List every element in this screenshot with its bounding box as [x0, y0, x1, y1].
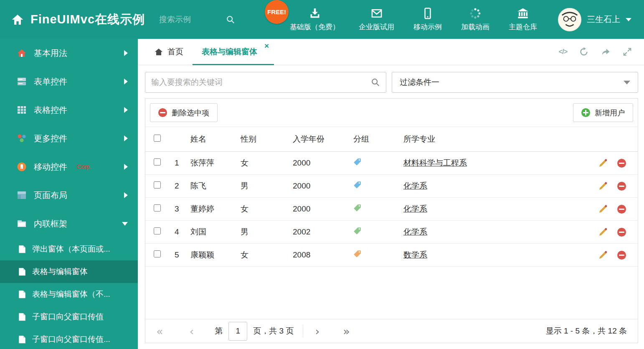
sidebar-subitem-grid-edit-window[interactable]: 表格与编辑窗体 [0, 260, 138, 283]
sidebar-item-mobile-controls[interactable]: 移动控件 Corp. [0, 153, 138, 181]
chevron-right-icon [124, 135, 128, 141]
cell-name: 康颖颖 [190, 250, 241, 260]
nav-mobile-demo[interactable]: 移动示例 [413, 8, 442, 32]
keyword-search-input[interactable] [151, 78, 371, 87]
edit-icon[interactable] [598, 182, 607, 191]
mobile-badge-icon [17, 162, 27, 172]
keyword-searchbox [145, 72, 386, 93]
sidebar-item-page-layout[interactable]: 页面布局 [0, 181, 138, 209]
fullscreen-icon[interactable] [622, 47, 632, 57]
major-link[interactable]: 材料科学与工程系 [403, 158, 467, 167]
next-page-icon[interactable]: › [315, 326, 319, 337]
cell-name: 刘国 [190, 227, 241, 237]
major-link[interactable]: 化学系 [403, 227, 427, 236]
filter-dropdown[interactable]: 过滤条件一 [392, 72, 638, 93]
sidebar-item-basic-usage[interactable]: 基本用法 [0, 39, 138, 67]
main-area: 首页 表格与编辑窗体 × </> [138, 39, 644, 349]
table-icon [17, 105, 27, 115]
nav-label: 主题仓库 [509, 22, 537, 32]
first-page-icon[interactable]: « [156, 326, 163, 337]
header-search-input[interactable] [159, 15, 226, 24]
major-link[interactable]: 数学系 [403, 250, 427, 259]
refresh-icon[interactable] [579, 47, 589, 57]
table-row: 1 张萍萍 女 2000 材料科学与工程系 [145, 152, 638, 175]
chevron-down-icon [624, 81, 630, 84]
delete-row-icon[interactable] [617, 159, 626, 168]
tab-label: 表格与编辑窗体 [202, 46, 257, 57]
row-checkbox[interactable] [154, 250, 161, 257]
edit-icon[interactable] [598, 251, 607, 260]
sidebar-item-inline-frame[interactable]: 内联框架 [0, 209, 138, 238]
delete-row-icon[interactable] [617, 228, 626, 237]
row-checkbox[interactable] [154, 204, 161, 211]
edit-icon[interactable] [598, 205, 607, 214]
tag-icon [353, 158, 361, 166]
nav-label: 移动示例 [413, 22, 442, 32]
sidebar-subitem-label: 子窗口向父窗口传值... [32, 334, 110, 345]
add-user-button[interactable]: 新增用户 [573, 103, 633, 122]
widgets-icon [17, 133, 27, 143]
cell-year: 2000 [293, 204, 353, 214]
pagination-bar: « ‹ 第 页，共 3 页 › » 显示 1 - 5 条，共 12 条 [145, 319, 638, 343]
sidebar-item-grid-controls[interactable]: 表格控件 [0, 96, 138, 124]
nav-loading-animation[interactable]: 加载动画 [461, 8, 489, 32]
delete-row-icon[interactable] [617, 251, 626, 260]
tab-label: 首页 [167, 46, 183, 57]
home-icon [11, 13, 24, 26]
avatar [558, 8, 581, 31]
select-all-checkbox[interactable] [154, 135, 161, 142]
brand[interactable]: FineUIMvc在线示例 [0, 11, 145, 28]
share-icon[interactable] [601, 47, 611, 57]
sidebar-subitem-child-to-parent-2[interactable]: 子窗口向父窗口传值... [0, 328, 138, 349]
row-checkbox[interactable] [154, 181, 161, 189]
sidebar-item-form-controls[interactable]: 表单控件 [0, 67, 138, 96]
nav-theme-store[interactable]: 主题仓库 [509, 8, 537, 32]
delete-selected-button[interactable]: 删除选中项 [150, 103, 218, 122]
source-code-icon[interactable]: </> [559, 47, 567, 57]
cell-year: 2002 [293, 227, 353, 237]
row-checkbox[interactable] [154, 227, 161, 234]
cell-gender: 女 [241, 250, 293, 260]
nav-label: 基础版（免费） [290, 22, 340, 32]
cell-gender: 男 [241, 181, 293, 191]
search-icon[interactable] [226, 15, 235, 24]
cell-name: 张萍萍 [190, 158, 241, 168]
sidebar-subitem-popup-window[interactable]: 弹出窗体（本页面或... [0, 238, 138, 260]
nav-basic-free[interactable]: FREE! 基础版（免费） [290, 8, 340, 32]
search-icon[interactable] [371, 78, 380, 87]
table-row: 2 陈飞 男 2000 化学系 [145, 175, 638, 198]
cell-gender: 女 [241, 204, 293, 214]
sidebar-subitem-child-to-parent[interactable]: 子窗口向父窗口传值 [0, 306, 138, 328]
header-nav: FREE! 基础版（免费） 企业版试用 移动示例 加载动画 [290, 8, 537, 32]
cell-name: 陈飞 [190, 181, 241, 191]
plus-circle-icon [581, 108, 590, 117]
major-link[interactable]: 化学系 [403, 181, 427, 190]
form-icon [17, 76, 27, 87]
chevron-down-icon [122, 222, 128, 226]
prev-page-icon[interactable]: ‹ [190, 326, 194, 337]
chevron-right-icon [124, 164, 128, 170]
nav-enterprise-trial[interactable]: 企业版试用 [359, 8, 394, 32]
user-menu[interactable]: 三生石上 [558, 8, 644, 31]
major-link[interactable]: 化学系 [403, 204, 427, 213]
sidebar-item-more-controls[interactable]: 更多控件 [0, 124, 138, 153]
edit-icon[interactable] [598, 228, 607, 237]
row-checkbox[interactable] [154, 158, 161, 166]
table-header-row: 姓名 性别 入学年份 分组 所学专业 [145, 127, 638, 152]
cell-year: 2000 [293, 181, 353, 191]
nav-label: 加载动画 [461, 22, 489, 32]
tab-home[interactable]: 首页 [145, 39, 193, 65]
edit-icon[interactable] [598, 159, 607, 168]
tab-grid-edit-window[interactable]: 表格与编辑窗体 × [193, 39, 274, 65]
sidebar-item-label: 页面布局 [34, 190, 67, 201]
delete-row-icon[interactable] [617, 205, 626, 214]
close-icon[interactable]: × [264, 42, 269, 50]
pager-divider [303, 325, 303, 337]
layout-icon [17, 190, 27, 200]
sidebar-subitem-label: 弹出窗体（本页面或... [32, 244, 110, 255]
last-page-icon[interactable]: » [343, 326, 350, 337]
delete-row-icon[interactable] [617, 182, 626, 191]
page-number-input[interactable] [228, 322, 247, 341]
file-icon [18, 245, 26, 254]
sidebar-subitem-grid-edit-window-2[interactable]: 表格与编辑窗体（不... [0, 283, 138, 306]
